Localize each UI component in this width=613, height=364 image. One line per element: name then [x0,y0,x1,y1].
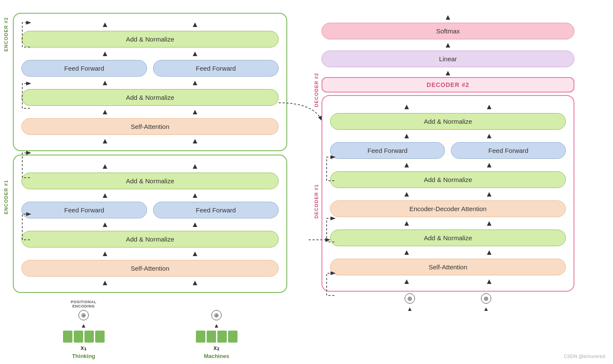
encoder-input-area: POSITIONAL ENCODING ⊕ ▲ x₁ Thinking ⊕ ▲ [13,297,287,359]
pos-encoding-label: POSITIONAL ENCODING [71,300,96,308]
enc1-ff-left: Feed Forward [21,202,147,218]
decoder2-label-side: DECODER #2 [314,73,319,107]
dec1-ff-right: Feed Forward [451,142,566,159]
enc2-sa-arrows: ▲▲ [21,107,279,116]
enc1-bottom-arrows: ▲▲ [21,278,279,287]
dec1-self-attention: Self-Attention [330,259,566,275]
enc2-ff-arrows: ▲▲ [21,49,279,58]
enc1-add-norm-mid: Add & Normalize [21,231,279,248]
decoder1-label-side: DECODER #1 [314,184,319,218]
arrow-x2-up: ▲ [213,322,219,328]
enc2-add-norm-mid: Add & Normalize [21,89,279,106]
encoder2-box: ▲▲ Add & Normalize ▲▲ Feed Forward Feed … [13,13,287,151]
arrow-x1-up: ▲ [81,322,87,328]
dec1-top-arrows: ▲▲ [330,102,566,111]
input-block [63,331,72,343]
encoder2-label: ENCODER #2 [3,17,9,51]
dec1-ff-left: Feed Forward [330,142,445,159]
decoder1-box: ▲▲ Add & Normalize ▲▲ Feed Forward Feed … [322,95,574,292]
decoder-input-col1: ⊕ ▲ [405,293,415,312]
input-block [84,331,94,343]
dec-plus2: ⊕ [481,293,491,304]
dec1-add-norm-ff-arrows: ▲▲ [330,161,566,170]
softmax-arrow: ▲ [322,41,574,49]
input-block [196,331,205,343]
enc1-ff-right: Feed Forward [153,202,279,218]
encoder1-box: ▲▲ Add & Normalize ▲▲ Feed Forward Feed … [13,155,287,293]
enc1-add-norm-top: Add & Normalize [21,173,279,189]
dec1-ff-row: Feed Forward Feed Forward [330,142,566,159]
dec1-add-norm-bot-arrows: ▲▲ [330,219,566,228]
dec-arrow2: ▲ [483,306,489,312]
input-block [95,331,105,343]
decoder-section: DECODER #2 DECODER #1 ▲ Softmax ▲ Linear… [322,13,574,312]
enc2-ff-row: Feed Forward Feed Forward [21,60,279,77]
enc1-top-arrows: ▲▲ [21,162,279,171]
softmax-block: Softmax [322,23,574,39]
enc2-add-norm-top: Add & Normalize [21,31,279,48]
encoder-section: ENCODER #2 ENCODER #1 ▲▲ Add & Normalize… [13,13,287,359]
enc2-top-arrows: ▲▲ [21,20,279,29]
plus-x1: ⊕ [78,310,89,320]
decoder-input-col2: ⊕ ▲ [481,293,491,312]
x2-label: x₂ [213,344,219,351]
decoder2-strip: DECODER #2 [322,77,574,92]
dec1-add-norm-bottom: Add & Normalize [330,230,566,246]
linear-block: Linear [322,51,574,67]
dec1-sa-arrows: ▲▲ [330,248,566,257]
input-block [228,331,237,343]
dec1-ff-arrows: ▲▲ [330,131,566,140]
decoder-top-arrow1: ▲ [322,13,574,21]
dec-plus1: ⊕ [405,293,415,304]
enc2-bottom-arrows: ▲▲ [21,137,279,146]
enc1-ff-row: Feed Forward Feed Forward [21,202,279,218]
input-block [74,331,83,343]
enc1-self-attention: Self-Attention [21,260,279,277]
dec1-enc-dec-arrows: ▲▲ [330,190,566,199]
enc1-mid-arrows: ▲▲ [21,220,279,229]
dec1-add-norm-top: Add & Normalize [330,113,566,130]
dec-arrow1: ▲ [407,306,413,312]
enc2-self-attention: Self-Attention [21,118,279,135]
input-col-x1: POSITIONAL ENCODING ⊕ ▲ x₁ Thinking [63,300,105,359]
dec1-enc-dec-attention: Encoder-Decoder Attention [330,200,566,217]
enc2-ff-left: Feed Forward [21,60,147,77]
dec1-add-norm-ff: Add & Normalize [330,171,566,188]
x1-label: x₁ [81,344,87,351]
enc1-sa-arrows: ▲▲ [21,249,279,258]
input-block [217,331,227,343]
word2: Machines [204,353,229,359]
decoder-input-area: ⊕ ▲ ⊕ ▲ [322,293,574,312]
input-block [207,331,216,343]
input-blocks-x1 [63,331,105,343]
enc1-ff-arrows: ▲▲ [21,191,279,200]
plus-x2: ⊕ [211,310,222,320]
linear-arrow: ▲ [322,69,574,77]
enc2-ff-right: Feed Forward [153,60,279,77]
enc2-mid-arrows: ▲▲ [21,78,279,87]
diagram-container: ENCODER #2 ENCODER #1 ▲▲ Add & Normalize… [0,0,613,364]
input-col-x2: ⊕ ▲ x₂ Machines [196,310,237,359]
input-blocks-x2 [196,331,237,343]
encoder1-label: ENCODER #1 [3,180,9,214]
word1: Thinking [72,353,95,359]
dec1-bottom-arrows: ▲▲ [330,277,566,286]
watermark: CSDN @lichunericli [564,354,605,359]
